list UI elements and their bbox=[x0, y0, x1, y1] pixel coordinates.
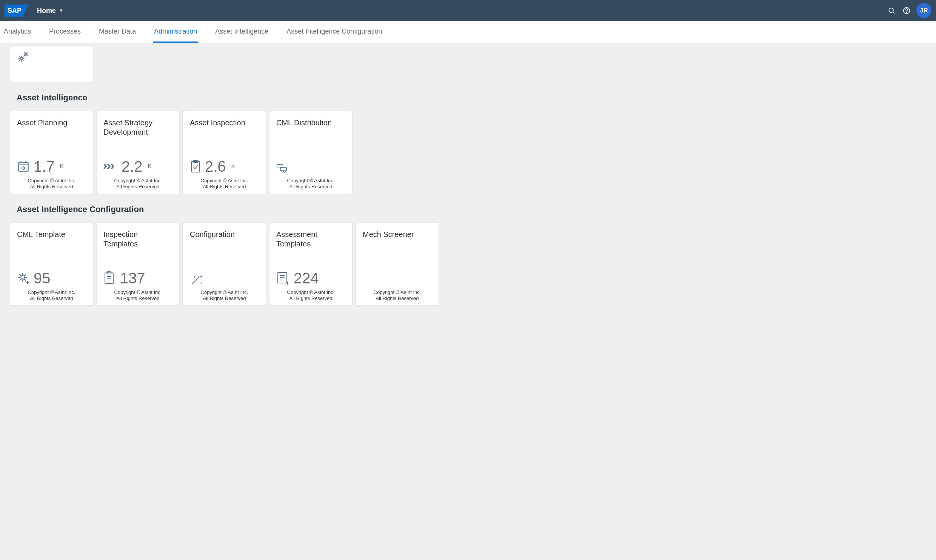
kpi-value: 224 bbox=[294, 271, 319, 286]
tab-administration[interactable]: Administration bbox=[153, 21, 198, 43]
previous-section-partial bbox=[10, 45, 926, 82]
chevrons-icon bbox=[103, 162, 118, 171]
tile-footer: Copyright © AsInt Inc. All Rights Reserv… bbox=[190, 178, 259, 190]
tile-footer: Copyright © AsInt Inc. All Rights Reserv… bbox=[103, 289, 172, 302]
svg-line-14 bbox=[23, 57, 23, 57]
tab-master-data[interactable]: Master Data bbox=[98, 21, 137, 43]
tile-footer: Copyright © AsInt Inc. All Rights Reserv… bbox=[276, 178, 345, 190]
doc-plus-icon bbox=[276, 271, 290, 285]
svg-marker-30 bbox=[107, 164, 111, 169]
content-area: Asset Intelligence Asset Planning 1.7 K … bbox=[0, 45, 936, 321]
search-icon bbox=[888, 7, 895, 14]
svg-line-21 bbox=[27, 55, 28, 56]
svg-line-11 bbox=[19, 57, 20, 57]
tile-title: Asset Inspection bbox=[190, 118, 259, 138]
tile-cml-template[interactable]: CML Template bbox=[10, 223, 93, 306]
section-title-ai: Asset Intelligence bbox=[17, 93, 926, 103]
calendar-arrow-icon bbox=[17, 160, 30, 173]
shell-header: SAP Home ▼ JR bbox=[0, 0, 936, 21]
svg-line-12 bbox=[23, 60, 23, 61]
kpi-value: 137 bbox=[120, 271, 145, 286]
tile-title: Mech Screener bbox=[363, 230, 432, 249]
gears-icon bbox=[16, 50, 30, 65]
kpi-unit: K bbox=[231, 163, 236, 170]
tile-title: Asset Planning bbox=[17, 118, 86, 138]
tile-footer: Copyright © AsInt Inc. All Rights Reserv… bbox=[17, 289, 86, 302]
svg-text:SAP: SAP bbox=[8, 7, 22, 14]
tab-asset-intelligence[interactable]: Asset Intelligence bbox=[214, 21, 269, 43]
tab-asset-intelligence-config[interactable]: Asset Intelligence Configuration bbox=[286, 21, 383, 43]
tab-processes[interactable]: Processes bbox=[48, 21, 82, 43]
tile-cml-distribution[interactable]: CML Distribution Copyright © AsInt Inc. … bbox=[269, 111, 353, 194]
svg-line-23 bbox=[27, 53, 28, 54]
wand-icon bbox=[190, 274, 203, 286]
shield-label-icon bbox=[276, 163, 290, 174]
svg-point-6 bbox=[20, 58, 23, 60]
tile-footer: Copyright © AsInt Inc. All Rights Reserv… bbox=[190, 289, 259, 302]
svg-line-41 bbox=[20, 274, 21, 275]
svg-point-5 bbox=[907, 12, 907, 13]
help-icon bbox=[903, 7, 910, 14]
svg-rect-32 bbox=[191, 162, 200, 172]
clipboard-plus-icon bbox=[103, 271, 116, 285]
svg-point-15 bbox=[25, 53, 27, 55]
tile-footer: Copyright © AsInt Inc. All Rights Reserv… bbox=[17, 178, 86, 190]
tile-inspection-templates[interactable]: Inspection Templates 137 Copyright © AsI… bbox=[96, 223, 180, 306]
tile-configuration[interactable]: Configuration Copyright © AsInt Inc. All… bbox=[183, 223, 266, 306]
home-title: Home bbox=[37, 7, 56, 15]
tile-footer: Copyright © AsInt Inc. All Rights Reserv… bbox=[276, 289, 345, 302]
tile-title: Inspection Templates bbox=[103, 230, 172, 249]
svg-point-2 bbox=[889, 8, 893, 12]
kpi-value: 2.6 bbox=[205, 159, 226, 174]
svg-line-22 bbox=[25, 55, 25, 56]
chevron-down-icon: ▼ bbox=[59, 8, 63, 13]
svg-line-53 bbox=[192, 277, 200, 284]
tile-footer: Copyright © AsInt Inc. All Rights Reserv… bbox=[363, 289, 432, 302]
svg-marker-31 bbox=[111, 164, 114, 169]
gear-plus-icon bbox=[17, 272, 30, 285]
nav-tabs: Analytics Processes Master Data Administ… bbox=[0, 21, 936, 43]
tile-title: CML Distribution bbox=[276, 118, 345, 138]
tiles-asset-intelligence: Asset Planning 1.7 K Copyright © AsInt I… bbox=[10, 111, 926, 194]
tile-title: Configuration bbox=[190, 230, 259, 249]
tile-asset-planning[interactable]: Asset Planning 1.7 K Copyright © AsInt I… bbox=[10, 111, 93, 194]
home-dropdown[interactable]: Home ▼ bbox=[37, 7, 63, 15]
section-title-aic: Asset Intelligence Configuration bbox=[17, 205, 926, 214]
help-button[interactable] bbox=[899, 3, 914, 18]
kpi-unit: K bbox=[148, 163, 152, 170]
svg-line-43 bbox=[20, 279, 21, 280]
tile-assessment-templates[interactable]: Assessment Templates 224 Copyright © AsI… bbox=[269, 223, 353, 306]
tile-mech-screener[interactable]: Mech Screener Copyright © AsInt Inc. All… bbox=[356, 223, 439, 306]
clipboard-check-icon bbox=[190, 160, 201, 173]
svg-point-36 bbox=[21, 275, 24, 279]
tile-title: Asset Strategy Development bbox=[103, 118, 172, 138]
avatar[interactable]: JR bbox=[916, 3, 931, 18]
tiles-asset-intelligence-config: CML Template bbox=[10, 223, 926, 306]
kpi-value: 95 bbox=[34, 271, 51, 286]
kpi-value: 1.7 bbox=[34, 159, 55, 174]
svg-line-42 bbox=[25, 279, 26, 280]
svg-rect-47 bbox=[105, 273, 113, 283]
svg-marker-29 bbox=[103, 164, 107, 169]
svg-line-13 bbox=[19, 60, 20, 61]
svg-line-20 bbox=[25, 53, 25, 54]
partial-tile[interactable] bbox=[10, 45, 93, 82]
tile-asset-strategy-dev[interactable]: Asset Strategy Development 2.2 K Copyrig… bbox=[96, 111, 180, 194]
kpi-unit: K bbox=[60, 163, 64, 170]
tile-title: CML Template bbox=[17, 230, 86, 249]
search-button[interactable] bbox=[884, 3, 899, 18]
svg-line-3 bbox=[893, 12, 894, 14]
tile-title: Assessment Templates bbox=[276, 230, 345, 249]
kpi-value: 2.2 bbox=[122, 159, 143, 174]
svg-line-44 bbox=[25, 274, 26, 275]
tile-asset-inspection[interactable]: Asset Inspection 2.6 K Copyright © AsInt… bbox=[183, 111, 266, 194]
tile-footer: Copyright © AsInt Inc. All Rights Reserv… bbox=[103, 178, 172, 190]
tab-analytics[interactable]: Analytics bbox=[3, 21, 32, 43]
sap-logo: SAP bbox=[5, 5, 29, 17]
